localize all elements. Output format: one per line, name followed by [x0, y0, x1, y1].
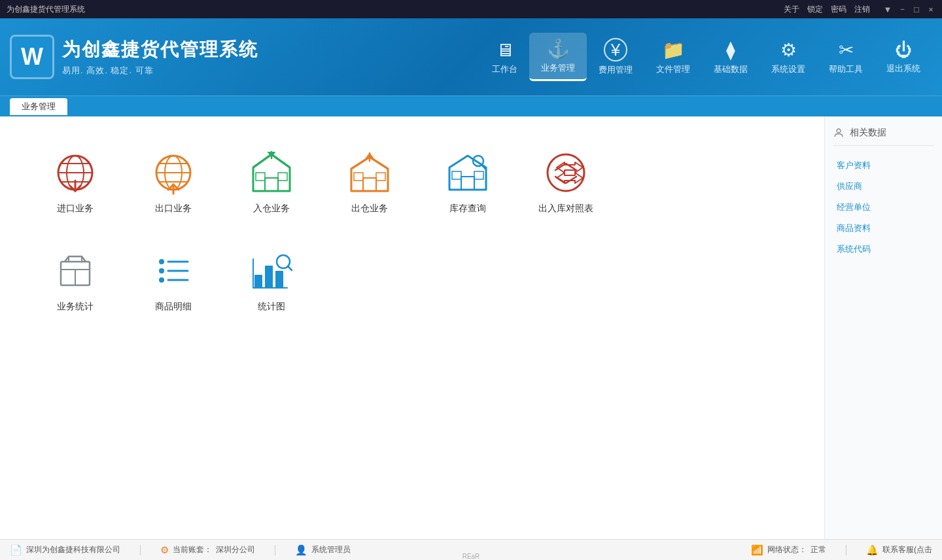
svg-point-42 — [159, 277, 164, 283]
nav-base[interactable]: ⧫ 基础数据 — [702, 34, 759, 80]
svg-rect-46 — [275, 271, 283, 288]
system-icon: ⚙ — [780, 39, 797, 61]
nav-finance[interactable]: ¥ 费用管理 — [587, 33, 644, 81]
account-icon: ⚙ — [160, 544, 169, 556]
svg-rect-23 — [354, 173, 363, 181]
svg-marker-26 — [449, 156, 486, 190]
export-business-item[interactable]: 出口业务 — [124, 136, 222, 228]
svg-point-40 — [159, 268, 164, 273]
svg-point-32 — [548, 154, 584, 191]
status-divider-2 — [275, 545, 275, 555]
svg-line-13 — [253, 154, 271, 167]
in-out-compare-item[interactable]: 出入库对照表 — [517, 136, 615, 228]
user-icon: 👤 — [295, 544, 307, 556]
warehouse-out-item[interactable]: 出仓业务 — [321, 136, 419, 228]
sidebar-item-suppliers[interactable]: 供应商 — [833, 176, 934, 197]
person-icon — [833, 127, 845, 139]
lock-link[interactable]: 锁定 — [807, 4, 823, 15]
nav-system-label: 系统设置 — [771, 63, 805, 75]
company-icon: 📄 — [10, 544, 22, 556]
warehouse-out-label: 出仓业务 — [351, 203, 388, 215]
svg-line-21 — [370, 157, 388, 169]
svg-rect-27 — [461, 177, 474, 190]
about-link[interactable]: 关于 — [784, 4, 799, 15]
base-icon: ⧫ — [726, 39, 735, 61]
warehouse-in-label: 入仓业务 — [253, 203, 290, 215]
password-link[interactable]: 密码 — [831, 4, 846, 15]
status-divider-3 — [846, 545, 846, 555]
nav-base-label: 基础数据 — [714, 63, 748, 75]
warehouse-in-item[interactable]: 入仓业务 — [222, 136, 321, 228]
nav-files-label: 文件管理 — [656, 63, 690, 75]
close-button[interactable]: × — [926, 5, 935, 14]
title-bar-controls: 关于 锁定 密码 注销 ▼ － □ × — [784, 4, 935, 15]
business-stats-item[interactable]: 业务统计 — [26, 234, 124, 326]
center-area: 进口业务 出口业务 — [0, 116, 824, 539]
app-title: 为创鑫捷货代管理系统 — [62, 37, 258, 62]
nav-files[interactable]: 📁 文件管理 — [644, 34, 702, 80]
restore-button[interactable]: － — [898, 5, 907, 14]
icon-grid-row2: 业务统计 商品明细 — [26, 234, 798, 326]
status-divider-1 — [140, 545, 141, 555]
warehouse-in-icon — [248, 149, 295, 196]
maximize-button[interactable]: □ — [912, 5, 921, 14]
minimize-button[interactable]: ▼ — [883, 5, 892, 14]
tools-icon: ✂ — [839, 39, 854, 61]
svg-rect-22 — [363, 178, 376, 191]
export-business-label: 出口业务 — [155, 203, 192, 215]
svg-rect-28 — [452, 171, 461, 179]
svg-point-51 — [837, 129, 841, 133]
business-stats-label: 业务统计 — [57, 301, 94, 313]
sidebar-header-label: 相关数据 — [850, 127, 886, 139]
right-sidebar: 相关数据 客户资料 供应商 经营单位 商品资料 系统代码 — [824, 116, 942, 539]
logout-link[interactable]: 注销 — [854, 4, 870, 15]
service-icon: 🔔 — [866, 544, 879, 556]
files-icon: 📁 — [662, 39, 685, 61]
sidebar-item-goods[interactable]: 商品资料 — [833, 218, 934, 239]
sidebar-item-operators[interactable]: 经营单位 — [833, 197, 934, 218]
status-service[interactable]: 🔔 联系客服(点击 — [866, 544, 932, 556]
breadcrumb-tab[interactable]: 业务管理 — [10, 98, 67, 115]
nav-logout-label: 退出系统 — [886, 63, 920, 75]
status-company: 📄 深圳为创鑫捷科技有限公司 — [10, 544, 120, 556]
stats-chart-icon — [248, 247, 295, 294]
status-account: ⚙ 当前账套： 深圳分公司 — [160, 544, 255, 556]
sidebar-item-sys-codes[interactable]: 系统代码 — [833, 239, 934, 260]
status-network: 📶 网络状态： 正常 — [751, 544, 826, 556]
stats-chart-item[interactable]: 统计图 — [222, 234, 321, 326]
business-stats-icon — [52, 247, 99, 294]
status-user: 👤 系统管理员 — [295, 544, 351, 556]
nav-workbench[interactable]: 🖥 工作台 — [480, 34, 529, 80]
service-label: 联系客服(点击 — [882, 544, 932, 555]
nav-business-label: 业务管理 — [541, 62, 575, 74]
in-out-compare-label: 出入库对照表 — [538, 203, 593, 215]
goods-detail-item[interactable]: 商品明细 — [124, 234, 222, 326]
import-business-item[interactable]: 进口业务 — [26, 136, 124, 228]
svg-rect-45 — [265, 266, 273, 288]
sidebar-item-customers[interactable]: 客户资料 — [833, 155, 934, 176]
svg-rect-16 — [256, 173, 265, 181]
svg-rect-17 — [278, 173, 287, 181]
nav-logout[interactable]: ⏻ 退出系统 — [875, 35, 932, 80]
stats-chart-label: 统计图 — [258, 301, 285, 313]
window-buttons: ▼ － □ × — [883, 5, 935, 14]
nav-tools[interactable]: ✂ 帮助工具 — [817, 34, 875, 80]
svg-line-14 — [271, 154, 290, 167]
user-name: 系统管理员 — [311, 544, 351, 555]
title-bar: 为创鑫捷货代管理系统 关于 锁定 密码 注销 ▼ － □ × — [0, 0, 942, 18]
nav-business[interactable]: ⚓ 业务管理 — [529, 33, 587, 81]
app-tagline: 易用. 高效. 稳定. 可靠 — [62, 65, 258, 77]
import-business-label: 进口业务 — [57, 203, 94, 215]
svg-point-38 — [159, 259, 164, 264]
goods-detail-label: 商品明细 — [155, 301, 192, 313]
nav-system[interactable]: ⚙ 系统设置 — [759, 34, 817, 80]
sidebar-header: 相关数据 — [833, 127, 934, 146]
finance-icon: ¥ — [604, 38, 627, 61]
inventory-query-item[interactable]: 库存查询 — [419, 136, 517, 228]
rear-text: REaR — [460, 553, 483, 560]
network-status: 正常 — [811, 544, 826, 555]
logo-area: W 为创鑫捷货代管理系统 易用. 高效. 稳定. 可靠 — [10, 35, 258, 79]
export-business-icon — [150, 149, 197, 196]
nav-area: 🖥 工作台 ⚓ 业务管理 ¥ 费用管理 📁 文件管理 ⧫ 基础数据 ⚙ 系统设置… — [258, 33, 942, 81]
breadcrumb: 业务管理 — [0, 96, 942, 116]
